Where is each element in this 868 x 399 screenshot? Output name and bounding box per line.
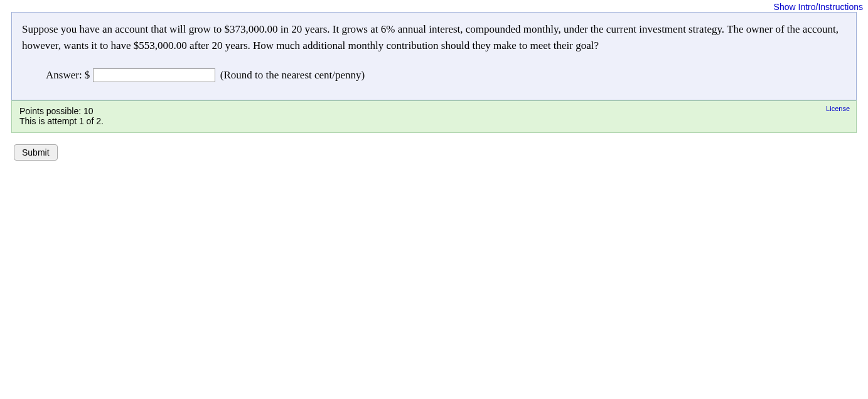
points-box: License Points possible: 10 This is atte… xyxy=(11,100,857,133)
license-link-wrap: License xyxy=(826,105,850,112)
submit-row: Submit xyxy=(14,144,868,161)
show-intro-link[interactable]: Show Intro/Instructions xyxy=(774,2,863,12)
submit-button[interactable]: Submit xyxy=(14,144,58,161)
answer-label: Answer: $ xyxy=(46,69,90,81)
question-box: Suppose you have an account that will gr… xyxy=(11,12,857,100)
attempt-info: This is attempt 1 of 2. xyxy=(19,116,849,126)
answer-input[interactable] xyxy=(93,68,215,82)
top-link-row: Show Intro/Instructions xyxy=(0,0,868,12)
page-container: Show Intro/Instructions Suppose you have… xyxy=(0,0,868,399)
points-possible: Points possible: 10 xyxy=(19,106,849,116)
question-prompt: Suppose you have an account that will gr… xyxy=(22,21,846,53)
answer-hint: (Round to the nearest cent/penny) xyxy=(220,69,365,81)
answer-row: Answer: $ (Round to the nearest cent/pen… xyxy=(22,68,846,82)
license-link[interactable]: License xyxy=(826,105,850,112)
